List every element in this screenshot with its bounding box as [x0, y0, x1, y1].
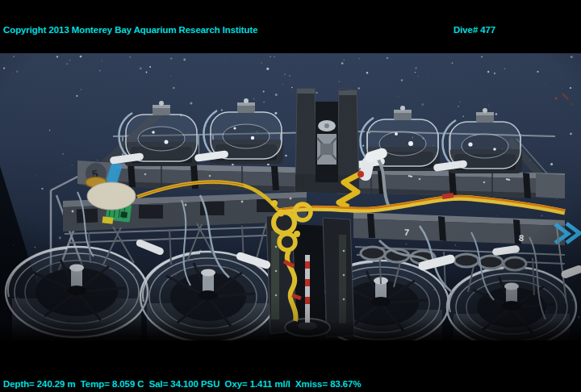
vignette-and-fade: [0, 53, 581, 347]
overlay-line-copyright: Copyright 2013 Monterey Bay Aquarium Res…: [3, 24, 261, 36]
overlay-sensor-readout: Depth= 240.29 m Temp= 8.059 C Sal= 34.10…: [3, 378, 362, 390]
video-annotation-frame: Copyright 2013 Monterey Bay Aquarium Res…: [0, 0, 581, 392]
overlay-dive-number: Dive# 477: [454, 24, 548, 36]
rov-camera-view: 5: [0, 53, 581, 347]
